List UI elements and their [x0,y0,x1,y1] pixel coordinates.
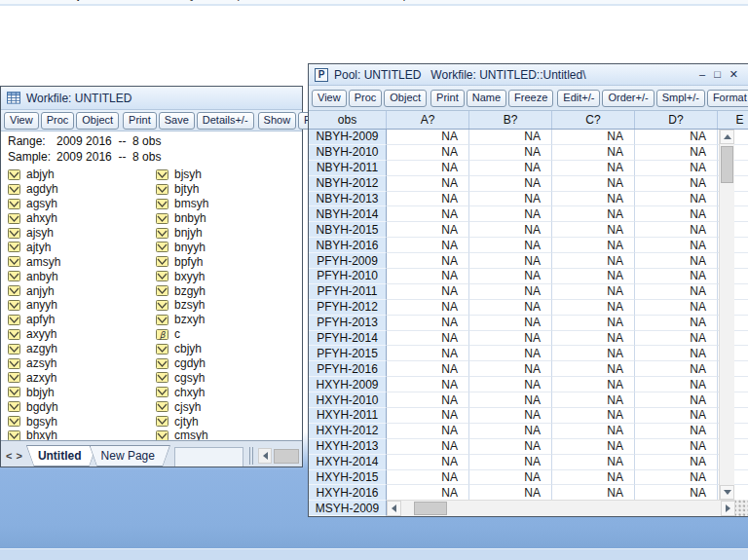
data-cell[interactable]: NA [469,424,552,439]
data-cell[interactable]: NA [469,316,552,331]
tab-new-page[interactable]: New Page [90,445,170,467]
data-cell[interactable]: NA [552,424,635,439]
pool-titlebar[interactable]: P Pool: UNTITLED Workfile: UNTITLED::Unt… [309,64,748,86]
data-cell[interactable]: NA [469,331,552,347]
data-cell[interactable]: NA [635,470,718,486]
workfile-object-cjtyh[interactable]: cjtyh [156,414,208,429]
object-button[interactable]: Object [384,90,427,107]
resize-grip[interactable] [735,500,748,516]
format-button[interactable]: Format [707,90,748,107]
data-cell[interactable]: NA [552,130,635,145]
workfile-object-bjsyh[interactable]: bjsyh [156,168,208,182]
data-cell[interactable]: NA [387,408,469,424]
data-cell[interactable]: NA [635,269,718,284]
obs-cell[interactable]: NBYH-2009 [309,130,387,145]
menu-item-edit[interactable]: Edit [21,0,56,3]
obs-cell[interactable]: NBYH-2012 [309,176,387,192]
obs-cell[interactable]: NBYH-2015 [309,222,387,238]
data-cell[interactable]: NA [387,300,469,316]
data-cell[interactable]: NA [552,284,635,300]
workfile-object-bnbyh[interactable]: bnbyh [156,211,208,226]
data-cell[interactable]: NA [552,408,635,424]
menu-item-options[interactable]: Options [221,0,274,3]
data-cell[interactable]: NA [469,206,552,222]
freeze-button[interactable]: Freeze [508,90,553,107]
data-cell[interactable]: NA [552,176,635,192]
column-header-obs[interactable]: obs [309,111,387,129]
obs-cell[interactable]: HXYH-2012 [309,424,387,439]
data-cell[interactable]: NA [635,377,718,392]
obs-cell[interactable]: HXYH-2013 [309,439,387,455]
workfile-object-bzsyh[interactable]: bzsyh [156,298,208,313]
workfile-object-axyyh[interactable]: axyyh [8,327,60,342]
data-cell[interactable]: NA [469,377,552,392]
menu-item-proc[interactable]: Proc [140,0,178,3]
obs-cell[interactable]: PFYH-2010 [309,269,387,284]
data-cell[interactable]: NA [469,455,552,470]
data-cell[interactable]: NA [552,161,635,176]
obs-cell[interactable]: PFYH-2012 [309,300,387,316]
scrollbar-thumb[interactable] [414,502,447,515]
view-button[interactable]: View [312,90,347,107]
print-button[interactable]: Print [123,112,157,130]
workfile-object-bnjyh[interactable]: bnjyh [156,226,208,241]
data-cell[interactable]: NA [635,176,718,192]
data-cell[interactable]: NA [635,206,718,222]
workfile-object-ahxyh[interactable]: ahxyh [8,211,60,226]
scrollbar-thumb[interactable] [721,146,733,183]
data-cell[interactable]: NA [469,346,552,361]
show-button[interactable]: Show [258,112,297,130]
obs-cell[interactable]: PFYH-2016 [309,361,387,377]
scroll-up-button[interactable] [720,130,734,144]
name-button[interactable]: Name [467,90,506,107]
scroll-left-button[interactable] [387,501,401,516]
obs-cell[interactable]: HXYH-2016 [309,485,387,501]
column-header-a[interactable]: A? [387,111,469,129]
save-button[interactable]: Save [159,112,195,130]
data-cell[interactable]: NA [387,346,469,361]
data-cell[interactable]: NA [552,377,635,392]
obs-cell[interactable]: PFYH-2009 [309,253,387,269]
data-cell[interactable]: NA [552,331,635,347]
smpl-button[interactable]: Smpl+/- [656,90,705,107]
data-cell[interactable]: NA [387,192,469,207]
data-cell[interactable]: NA [387,470,469,486]
data-cell[interactable]: NA [552,439,635,455]
data-cell[interactable]: NA [635,455,718,470]
workfile-object-cgdyh[interactable]: cgdyh [156,356,208,371]
obs-cell[interactable]: NBYH-2014 [309,206,387,222]
proc-button[interactable]: Proc [41,112,75,130]
data-cell[interactable]: NA [387,253,469,269]
workfile-object-cjsyh[interactable]: cjsyh [156,399,208,414]
data-cell[interactable]: NA [387,439,469,455]
obs-cell[interactable]: NBYH-2010 [309,145,387,161]
menu-item-help[interactable]: Help [379,0,417,3]
data-cell[interactable]: NA [552,392,635,408]
menu-item-object[interactable]: Object [56,0,102,3]
scroll-right-button[interactable] [721,501,735,516]
data-cell[interactable]: NA [635,361,718,377]
data-cell[interactable]: NA [552,222,635,238]
data-cell[interactable]: NA [469,361,552,377]
obs-cell[interactable]: PFYH-2011 [309,284,387,300]
data-cell[interactable]: NA [635,300,718,316]
data-cell[interactable]: NA [387,377,469,392]
workfile-object-bgsyh[interactable]: bgsyh [8,414,60,429]
workfile-object-anyyh[interactable]: anyyh [8,298,60,313]
data-cell[interactable]: NA [552,470,635,486]
obs-cell[interactable]: HXYH-2009 [309,377,387,392]
data-cell[interactable]: NA [635,222,718,238]
data-cell[interactable]: NA [387,269,469,284]
horizontal-scrollbar[interactable] [387,500,735,516]
column-header-b[interactable]: B? [469,111,552,129]
data-cell[interactable]: NA [387,485,469,501]
workfile-object-bzgyh[interactable]: bzgyh [156,283,208,298]
data-cell[interactable]: NA [469,470,552,486]
workfile-object-anbyh[interactable]: anbyh [8,269,60,283]
workfile-object-bpfyh[interactable]: bpfyh [156,254,208,269]
data-cell[interactable]: NA [469,130,552,145]
data-cell[interactable]: NA [635,253,718,269]
data-cell[interactable]: NA [387,424,469,439]
data-cell[interactable]: NA [469,392,552,408]
workfile-object-cgsyh[interactable]: cgsyh [156,370,208,385]
